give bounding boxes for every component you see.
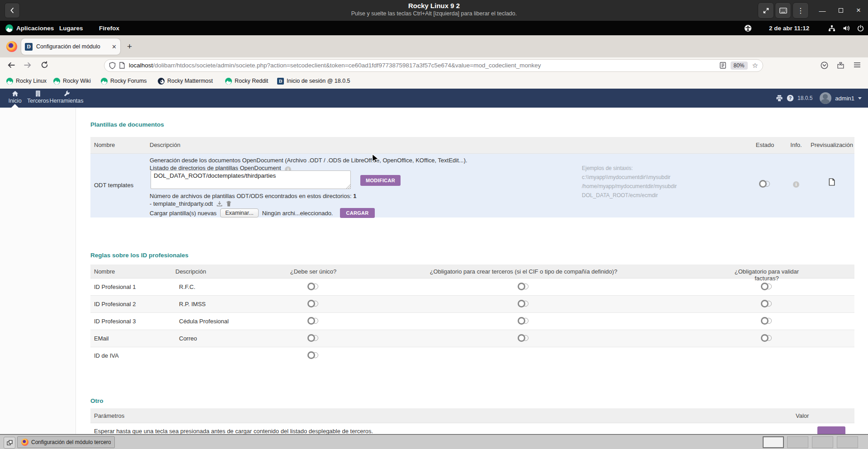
rocky-icon — [101, 78, 108, 85]
mandatory-invoice-toggle-off[interactable] — [761, 282, 773, 291]
preview-file-icon[interactable] — [829, 178, 835, 186]
gnome-menu-applications[interactable]: Aplicaciones — [16, 21, 54, 35]
templates-table-header: Nombre Descripción Estado Info. Previsua… — [90, 137, 854, 154]
vm-maximize-button[interactable] — [836, 5, 846, 15]
active-menu-caret — [11, 104, 19, 108]
col-descripcion: Descripción — [150, 142, 180, 148]
info-icon[interactable]: i — [793, 181, 799, 188]
zoom-level-badge[interactable]: 80% — [731, 61, 748, 70]
site-security-icon[interactable] — [119, 62, 125, 69]
textarea-resize-grip[interactable] — [346, 184, 350, 189]
unique-toggle-off[interactable] — [307, 282, 319, 291]
upload-template-line: Cargar plantilla(s) nuevas Examinar... N… — [150, 208, 375, 218]
gnome-menu-firefox[interactable]: Firefox — [99, 21, 119, 35]
modificar-button[interactable]: MODIFICAR — [360, 175, 401, 186]
taskbar-window-button[interactable]: Configuración del módulo terceros... — [17, 436, 115, 448]
forward-button[interactable] — [24, 61, 32, 69]
url-path: /dolibarr/htdocs/societe/admin/societe.p… — [153, 62, 719, 69]
workspace-3[interactable] — [812, 436, 833, 448]
taskbar: Configuración del módulo terceros... — [0, 435, 868, 449]
cargar-button[interactable]: CARGAR — [340, 208, 374, 218]
vm-back-button[interactable] — [5, 3, 20, 18]
hamburger-menu-icon[interactable] — [854, 61, 861, 68]
svg-text:?: ? — [789, 95, 792, 101]
chevron-down-icon[interactable] — [858, 97, 862, 99]
accessibility-icon[interactable] — [744, 21, 752, 35]
estado-toggle-off[interactable] — [759, 180, 771, 188]
mandatory-create-toggle-off[interactable] — [518, 282, 529, 291]
help-icon[interactable]: ? — [787, 95, 794, 102]
version-label: 18.0.5 — [797, 95, 812, 101]
template-name: ODT templates — [94, 182, 133, 189]
keyboard-icon — [779, 8, 787, 14]
row-desc: R.P. IMSS — [175, 301, 259, 307]
mandatory-invoice-toggle-off[interactable] — [761, 334, 773, 342]
workspace-2[interactable] — [787, 436, 808, 448]
vm-keyboard-button[interactable] — [775, 2, 791, 19]
bookmark-rocky-mattermost[interactable]: Rocky Mattermost — [158, 73, 213, 89]
menu-item-inicio[interactable]: Inicio — [5, 90, 24, 104]
gnome-clock[interactable]: 2 de abr 11:12 — [769, 21, 809, 35]
extensions-icon[interactable] — [837, 61, 844, 69]
user-menu[interactable]: admin1 — [835, 95, 854, 102]
unique-toggle-off[interactable] — [307, 334, 319, 342]
download-icon[interactable] — [217, 201, 222, 207]
examinar-button[interactable]: Examinar... — [220, 208, 259, 217]
mandatory-invoice-toggle-off[interactable] — [761, 317, 773, 325]
col-valor: Valor — [796, 412, 809, 419]
dolibarr-favicon: D — [25, 43, 33, 51]
mandatory-create-toggle-off[interactable] — [518, 334, 529, 342]
screen: Rocky Linux 9 2 Pulse y suelte las tecla… — [0, 0, 868, 449]
mandatory-invoice-toggle-off[interactable] — [761, 299, 773, 308]
bookmark-rocky-linux[interactable]: Rocky Linux — [6, 73, 47, 89]
col-debe-ser-unico: ¿Debe ser único? — [290, 268, 337, 275]
tab-close-icon[interactable]: ✕ — [112, 43, 117, 50]
bookmark-star-icon[interactable]: ☆ — [752, 61, 758, 70]
vm-close-button[interactable]: × — [854, 5, 863, 15]
gnome-menu-places[interactable]: Lugares — [59, 21, 83, 35]
mandatory-create-toggle-off[interactable] — [518, 299, 529, 308]
reader-mode-icon[interactable] — [720, 62, 726, 69]
chevron-left-icon — [9, 7, 15, 14]
dolibarr-top-menu: Inicio Terceros Herramientas ? 18.0.5 ad… — [0, 89, 868, 108]
row-name: ID Profesional 1 — [90, 284, 175, 290]
back-button[interactable] — [7, 61, 15, 69]
workspace-4[interactable] — [837, 436, 858, 448]
print-icon[interactable] — [776, 95, 783, 102]
show-desktop-button[interactable] — [4, 437, 15, 449]
odt-templates-row: ODT templates Generación desde los docum… — [90, 154, 854, 217]
bookmarks-bar: Rocky Linux Rocky Wiki Rocky Forums Rock… — [0, 73, 868, 89]
mandatory-create-toggle-off[interactable] — [518, 317, 529, 325]
bookmark-rocky-forums[interactable]: Rocky Forums — [101, 73, 147, 89]
param-label: Esperar hasta que una tecla sea presiona… — [94, 428, 373, 434]
firefox-logo-icon[interactable] — [6, 41, 17, 52]
bookmark-rocky-wiki[interactable]: Rocky Wiki — [53, 73, 91, 89]
pocket-icon[interactable] — [821, 61, 828, 69]
row-name: EMail — [90, 335, 175, 342]
user-avatar[interactable] — [820, 92, 831, 104]
menu-item-herramientas[interactable]: Herramientas — [47, 90, 86, 104]
bookmark-rocky-reddit[interactable]: Rocky Reddit — [225, 73, 268, 89]
unique-toggle-off[interactable] — [307, 299, 319, 308]
workspace-1[interactable] — [763, 436, 784, 448]
power-icon[interactable] — [857, 21, 864, 35]
new-tab-button[interactable]: + — [127, 42, 132, 52]
unique-toggle-off[interactable] — [307, 317, 319, 325]
bookmark-dolibarr-login[interactable]: D Inicio de sesión @ 18.0.5 — [277, 73, 350, 89]
vm-kebab-menu-button[interactable]: ⋮ — [793, 2, 809, 19]
param-action-button[interactable] — [817, 426, 845, 434]
other-table-header: Parámetros Valor — [90, 408, 854, 423]
vm-fullscreen-button[interactable] — [758, 2, 774, 19]
url-bar[interactable]: localhost /dolibarr/htdocs/societe/admin… — [104, 59, 763, 72]
vm-minimize-button[interactable]: — — [817, 5, 827, 15]
template-dir-input[interactable]: DOL_DATA_ROOT/doctemplates/thirdparties — [151, 170, 351, 189]
tracking-shield-icon[interactable] — [109, 62, 116, 69]
reload-button[interactable] — [41, 61, 48, 69]
browser-tab[interactable]: D Configuración del módulo ✕ — [21, 38, 120, 55]
col-previsualizacion: Previsualización — [811, 142, 853, 148]
unique-toggle-off[interactable] — [307, 351, 319, 359]
trash-icon[interactable] — [226, 201, 231, 207]
col-nombre: Nombre — [94, 268, 115, 275]
rocky-logo-icon[interactable] — [5, 21, 13, 35]
firefox-icon — [21, 439, 28, 446]
